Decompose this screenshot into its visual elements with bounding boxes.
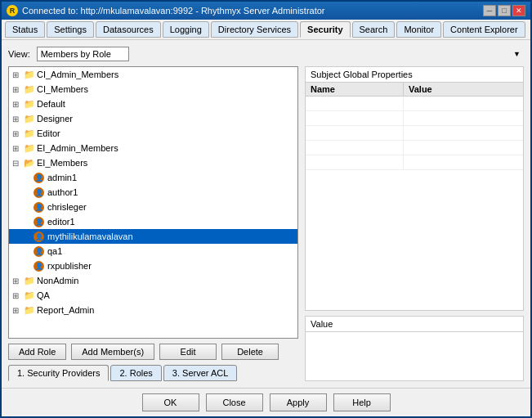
tree-item-ei-admin-members[interactable]: ⊞ 📁 EI_Admin_Members: [9, 141, 297, 155]
tab-directory-services[interactable]: Directory Services: [211, 21, 298, 38]
tree-label: QA: [37, 290, 50, 300]
minimize-button[interactable]: ─: [483, 5, 496, 16]
col-value: Value: [404, 83, 523, 96]
add-role-button[interactable]: Add Role: [8, 344, 66, 360]
table-header: Name Value: [306, 83, 523, 97]
tree-label: editor1: [47, 217, 75, 227]
tree-item-ei-members[interactable]: ⊟ 📂 EI_Members: [9, 155, 297, 170]
tab-security[interactable]: Security: [300, 21, 350, 38]
title-bar-left: R Connected to: http://mkulamavalavan:99…: [7, 5, 325, 16]
value-panel: Value: [305, 316, 524, 381]
tree-label: NonAdmin: [37, 276, 78, 285]
table-body: [306, 97, 523, 310]
tree-item-nonadmin[interactable]: ⊞ 📁 NonAdmin: [9, 273, 297, 288]
cell-name: [306, 155, 404, 169]
view-select-wrapper: Members by Role: [37, 47, 524, 61]
tree-item-designer[interactable]: ⊞ 📁 Designer: [9, 111, 297, 126]
view-select[interactable]: Members by Role: [37, 47, 129, 61]
tree-item-chrisleger[interactable]: 👤 chrisleger: [9, 200, 297, 214]
user-icon: 👤: [34, 217, 44, 227]
expand-icon: ⊞: [12, 144, 22, 153]
properties-table: Name Value: [306, 82, 523, 310]
user-icon: 👤: [34, 202, 44, 213]
edit-button[interactable]: Edit: [159, 344, 217, 360]
group-icon: 📁: [24, 114, 35, 124]
tree-item-mythilikulamavalavan[interactable]: 👤 mythilikulamavalavan: [9, 229, 297, 244]
tab-roles[interactable]: 2. Roles: [110, 365, 161, 381]
tab-status[interactable]: Status: [5, 21, 45, 38]
tree-item-ci-members[interactable]: ⊞ 📁 CI_Members: [9, 82, 297, 97]
tree-item-qa[interactable]: ⊞ 📁 QA: [9, 288, 297, 303]
help-button[interactable]: Help: [333, 393, 391, 411]
tab-security-providers[interactable]: 1. Security Providers: [8, 365, 109, 381]
expand-icon: ⊞: [12, 85, 22, 94]
table-row: [306, 155, 523, 170]
cell-name: [306, 111, 404, 125]
user-icon: 👤: [34, 246, 44, 257]
close-button[interactable]: ✕: [512, 5, 525, 16]
window-title: Connected to: http://mkulamavalavan:9992…: [22, 6, 325, 16]
group-icon: 📁: [24, 143, 35, 154]
apply-button[interactable]: Apply: [270, 393, 327, 411]
cell-name: [306, 126, 404, 140]
group-icon: 📁: [24, 276, 35, 286]
tree-item-ci-admin-members[interactable]: ⊞ 📁 CI_Admin_Members: [9, 67, 297, 82]
main-panels: ⊞ 📁 CI_Admin_Members ⊞ 📁 CI_Members ⊞ 📁 …: [8, 66, 524, 381]
footer: OK Close Apply Help: [2, 388, 530, 416]
cell-value: [404, 111, 523, 125]
value-body[interactable]: [306, 331, 523, 380]
maximize-button[interactable]: □: [498, 5, 511, 16]
group-icon: 📁: [24, 70, 35, 80]
value-panel-title: Value: [306, 317, 523, 331]
group-icon: 📁: [24, 84, 35, 95]
tree-label: qa1: [47, 246, 62, 256]
tree-label: rxpublisher: [47, 261, 92, 271]
left-panel: ⊞ 📁 CI_Admin_Members ⊞ 📁 CI_Members ⊞ 📁 …: [8, 66, 298, 381]
main-window: R Connected to: http://mkulamavalavan:99…: [0, 0, 532, 418]
tab-settings[interactable]: Settings: [47, 21, 94, 38]
tree-label: EI_Admin_Members: [37, 143, 118, 153]
tab-logging[interactable]: Logging: [163, 21, 209, 38]
tree-item-qa1[interactable]: 👤 qa1: [9, 244, 297, 258]
tree-label: EI_Members: [37, 158, 87, 168]
tab-server-acl[interactable]: 3. Server ACL: [163, 365, 237, 381]
tab-content-explorer[interactable]: Content Explorer: [443, 21, 525, 38]
cell-value: [404, 97, 523, 110]
tree-item-editor[interactable]: ⊞ 📁 Editor: [9, 126, 297, 141]
tree-label: Default: [37, 99, 65, 109]
user-icon: 👤: [34, 261, 44, 272]
tab-datasources[interactable]: Datasources: [96, 21, 161, 38]
delete-button[interactable]: Delete: [221, 344, 279, 360]
tab-monitor[interactable]: Monitor: [396, 21, 441, 38]
user-icon: 👤: [34, 173, 44, 183]
close-button[interactable]: Close: [206, 393, 263, 411]
tree-label: chrisleger: [47, 202, 87, 212]
expand-icon: ⊞: [12, 70, 22, 79]
view-row: View: Members by Role: [8, 47, 524, 61]
expand-icon: ⊞: [12, 291, 22, 300]
tree-item-editor1[interactable]: 👤 editor1: [9, 214, 297, 229]
user-icon: 👤: [34, 187, 44, 198]
tree-item-admin1[interactable]: 👤 admin1: [9, 170, 297, 185]
tree-item-report-admin[interactable]: ⊞ 📁 Report_Admin: [9, 303, 297, 317]
expand-icon: ⊞: [12, 129, 22, 138]
user-icon: 👤: [34, 231, 44, 242]
ok-button[interactable]: OK: [142, 393, 199, 411]
tree-label: mythilikulamavalavan: [47, 231, 133, 241]
tree-container[interactable]: ⊞ 📁 CI_Admin_Members ⊞ 📁 CI_Members ⊞ 📁 …: [8, 66, 298, 339]
add-member-button[interactable]: Add Member(s): [71, 344, 154, 360]
cell-value: [404, 126, 523, 140]
cell-value: [404, 155, 523, 169]
tree-item-rxpublisher[interactable]: 👤 rxpublisher: [9, 258, 297, 273]
expand-icon: ⊞: [12, 115, 22, 124]
tree-item-default[interactable]: ⊞ 📁 Default: [9, 97, 297, 111]
cell-name: [306, 97, 404, 110]
table-row: [306, 111, 523, 126]
tab-search[interactable]: Search: [352, 21, 396, 38]
right-panel: Subject Global Properties Name Value: [305, 66, 524, 381]
table-row: [306, 97, 523, 111]
table-row: [306, 141, 523, 155]
tree-item-author1[interactable]: 👤 author1: [9, 185, 297, 200]
tree-label: CI_Members: [37, 84, 88, 94]
tree-label: author1: [47, 187, 78, 197]
